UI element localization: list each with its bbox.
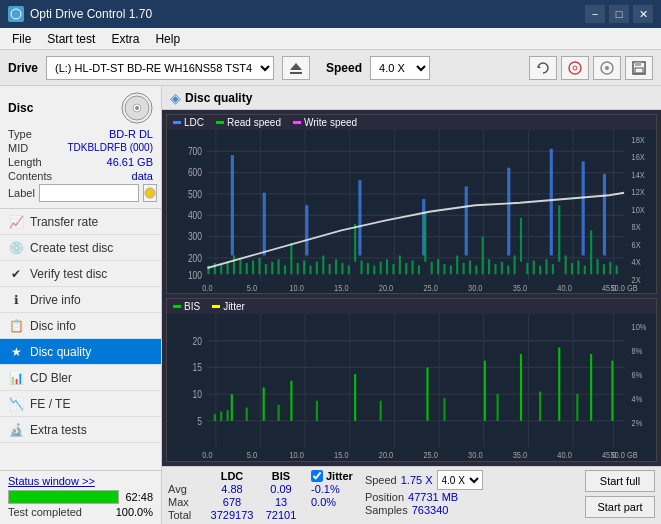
svg-text:20.0: 20.0 xyxy=(379,449,394,460)
svg-rect-170 xyxy=(231,394,233,421)
avg-bis: 0.09 xyxy=(261,483,301,495)
legend-read-speed: Read speed xyxy=(216,117,281,128)
max-jitter: 0.0% xyxy=(311,496,336,508)
svg-rect-189 xyxy=(539,392,541,421)
nav-extra-tests[interactable]: 🔬 Extra tests xyxy=(0,417,161,443)
svg-rect-66 xyxy=(507,168,510,256)
drive-icon-group xyxy=(529,56,653,80)
save-button[interactable] xyxy=(625,56,653,80)
nav-cd-bler-label: CD Bler xyxy=(30,371,72,385)
label-edit-button[interactable] xyxy=(143,184,157,202)
label-input[interactable] xyxy=(39,184,139,202)
svg-text:8%: 8% xyxy=(632,345,643,356)
svg-text:400: 400 xyxy=(188,210,202,221)
start-buttons: Start full Start part xyxy=(585,470,655,518)
eject-button[interactable] xyxy=(282,56,310,80)
maximize-button[interactable]: □ xyxy=(609,5,629,23)
svg-text:40.0: 40.0 xyxy=(557,283,572,293)
main-area: Disc Type BD-R DL MID TDKBLDRFB (000) Le… xyxy=(0,86,661,524)
svg-rect-129 xyxy=(584,265,586,274)
nav-drive-info[interactable]: ℹ Drive info xyxy=(0,287,161,313)
start-full-button[interactable]: Start full xyxy=(585,470,655,492)
svg-text:50.0 GB: 50.0 GB xyxy=(610,283,637,293)
svg-rect-80 xyxy=(271,262,273,275)
svg-rect-120 xyxy=(526,263,528,274)
svg-rect-110 xyxy=(463,263,465,274)
menu-help[interactable]: Help xyxy=(147,30,188,48)
svg-text:0.0: 0.0 xyxy=(202,449,213,460)
svg-rect-2 xyxy=(290,72,302,74)
svg-rect-82 xyxy=(284,265,286,274)
nav-fe-te[interactable]: 📉 FE / TE xyxy=(0,391,161,417)
svg-text:5: 5 xyxy=(197,415,202,427)
nav-cd-bler[interactable]: 📊 CD Bler xyxy=(0,365,161,391)
time-display: 62:48 xyxy=(125,491,153,503)
svg-rect-91 xyxy=(341,263,343,274)
svg-text:35.0: 35.0 xyxy=(513,449,528,460)
svg-text:30.0: 30.0 xyxy=(468,449,483,460)
minimize-button[interactable]: − xyxy=(585,5,605,23)
svg-rect-130 xyxy=(590,230,592,274)
svg-rect-175 xyxy=(484,361,486,421)
nav-disc-info-label: Disc info xyxy=(30,319,76,333)
svg-rect-119 xyxy=(520,218,522,262)
write-speed-legend-dot xyxy=(293,121,301,124)
disc-type-row: Type BD-R DL xyxy=(8,128,153,140)
disc-info-icon: 📋 xyxy=(8,318,24,334)
close-button[interactable]: ✕ xyxy=(633,5,653,23)
disc-contents-row: Contents data xyxy=(8,170,153,182)
svg-rect-72 xyxy=(220,264,222,274)
svg-rect-188 xyxy=(497,394,499,421)
svg-marker-1 xyxy=(290,63,302,70)
svg-text:50.0 GB: 50.0 GB xyxy=(610,449,638,460)
svg-text:4X: 4X xyxy=(632,258,642,268)
ldc-legend-label: LDC xyxy=(184,117,204,128)
svg-rect-113 xyxy=(482,237,484,275)
svg-rect-87 xyxy=(316,262,318,275)
nav-disc-info[interactable]: 📋 Disc info xyxy=(0,313,161,339)
svg-rect-63 xyxy=(358,180,361,255)
svg-rect-85 xyxy=(303,260,305,274)
speed-stat-select[interactable]: 4.0 X xyxy=(437,470,483,490)
drive-select[interactable]: (L:) HL-DT-ST BD-RE WH16NS58 TST4 xyxy=(46,56,274,80)
progress-bar-inner xyxy=(9,491,118,503)
svg-rect-89 xyxy=(329,264,331,274)
nav-create-test-disc[interactable]: 💿 Create test disc xyxy=(0,235,161,261)
speed-label: Speed xyxy=(326,61,362,75)
svg-text:10: 10 xyxy=(193,388,202,400)
jitter-legend-dot xyxy=(212,305,220,308)
menu-start-test[interactable]: Start test xyxy=(39,30,103,48)
nav-transfer-rate-label: Transfer rate xyxy=(30,215,98,229)
nav-disc-quality-label: Disc quality xyxy=(30,345,91,359)
nav-disc-quality[interactable]: ★ Disc quality xyxy=(0,339,161,365)
speed-select[interactable]: 4.0 X xyxy=(370,56,430,80)
svg-point-0 xyxy=(11,9,21,19)
svg-text:30.0: 30.0 xyxy=(468,283,483,293)
top-chart-legend: LDC Read speed Write speed xyxy=(167,115,656,130)
svg-text:500: 500 xyxy=(188,189,202,200)
status-window-button[interactable]: Status window >> xyxy=(8,475,95,487)
jitter-checkbox[interactable] xyxy=(311,470,323,482)
legend-ldc: LDC xyxy=(173,117,204,128)
menu-bar: File Start test Extra Help xyxy=(0,28,661,50)
nav-verify-test-disc[interactable]: ✔ Verify test disc xyxy=(0,261,161,287)
svg-rect-75 xyxy=(239,259,241,274)
svg-rect-83 xyxy=(290,243,292,274)
nav-transfer-rate[interactable]: 📈 Transfer rate xyxy=(0,209,161,235)
svg-rect-71 xyxy=(214,263,216,274)
menu-file[interactable]: File xyxy=(4,30,39,48)
progress-text: 100.0% xyxy=(116,506,153,520)
start-part-button[interactable]: Start part xyxy=(585,496,655,518)
svg-point-5 xyxy=(573,66,577,70)
disc-button[interactable] xyxy=(561,56,589,80)
svg-rect-116 xyxy=(501,262,503,275)
svg-rect-185 xyxy=(316,401,318,421)
svg-rect-86 xyxy=(309,265,311,274)
refresh-button[interactable] xyxy=(529,56,557,80)
burn-button[interactable] xyxy=(593,56,621,80)
menu-extra[interactable]: Extra xyxy=(103,30,147,48)
disc-title: Disc xyxy=(8,101,33,115)
svg-rect-131 xyxy=(596,259,598,274)
svg-rect-132 xyxy=(603,264,605,274)
svg-rect-117 xyxy=(507,265,509,274)
